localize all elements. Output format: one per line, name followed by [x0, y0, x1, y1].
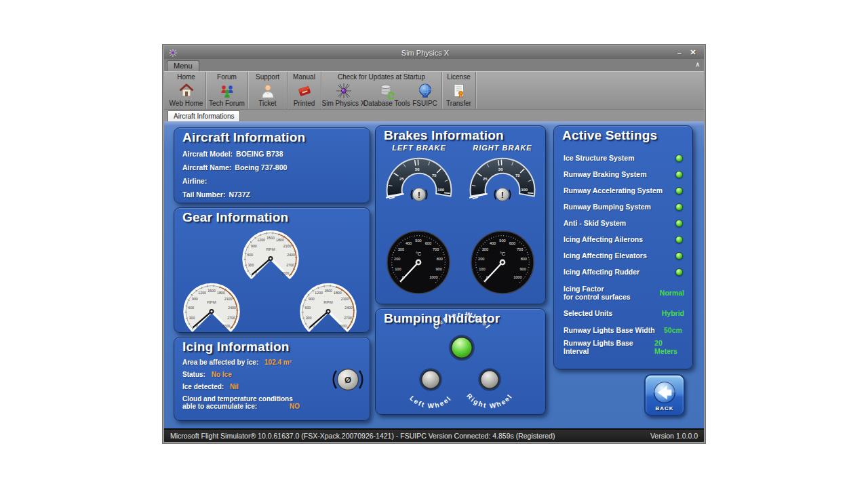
- ribbon-group-license: License Transfer: [442, 72, 476, 109]
- setting-runway-lights-base-width: Runway Lights Base Width 50cm: [564, 321, 684, 338]
- status-bar: Microsoft Flight Simulator® 10.0.61637.0…: [164, 428, 704, 442]
- ribbon-collapse-icon[interactable]: ∧: [695, 61, 700, 68]
- back-button[interactable]: BACK: [644, 374, 685, 416]
- left-brake-label: LEFT BRAKE: [382, 144, 456, 152]
- ribbon-item-label: FSUIPC: [412, 100, 437, 107]
- center-wheel-led: [452, 338, 473, 359]
- version-text: Version 1.0.0.0: [650, 432, 698, 440]
- setting-selected-units: Selected Units Hybrid: [564, 304, 684, 321]
- left-wheel-led: [422, 371, 440, 389]
- forum-icon: [219, 81, 235, 100]
- ribbon-item-label: Web Home: [170, 100, 203, 107]
- status-led: [675, 268, 683, 276]
- ribbon-item-tech-forum[interactable]: Tech Forum: [208, 81, 246, 109]
- ribbon-item-label: Ticket: [258, 100, 276, 107]
- back-button-label: BACK: [655, 405, 673, 411]
- right-brake-temperature-gauge: [470, 230, 535, 295]
- ribbon-item-database-tools[interactable]: Database Tools: [365, 81, 410, 109]
- bumping-indicator-panel: Bumping Indicator Center Wheel Left Whee…: [375, 308, 546, 415]
- globe-icon: [417, 81, 433, 100]
- home-icon: [178, 81, 195, 100]
- status-led: [675, 236, 683, 243]
- panel-title: Brakes Information: [384, 128, 545, 143]
- app-window: Sim Physics X – ✕ Menu ∧ Home Web Home F…: [163, 45, 705, 443]
- setting-runway-accelerating-system[interactable]: Runway Accelerating System: [564, 182, 684, 199]
- license-icon: [451, 81, 467, 100]
- ribbon-item-label: Printed: [294, 100, 315, 107]
- aircraft-model-row: Aircraft Model:BOEING B738: [182, 150, 370, 158]
- setting-icing-affecting-elevators[interactable]: Icing Affecting Elevators: [564, 247, 684, 264]
- status-led: [675, 187, 683, 195]
- rpm-gauge-right: [296, 277, 361, 333]
- left-brake-warning-indicator: [408, 183, 431, 206]
- active-settings-panel: Active Settings Ice Structure System Run…: [553, 125, 693, 369]
- ribbon-item-sim-physics-x[interactable]: Sim Physics X: [323, 81, 365, 109]
- ribbon-group-title: Home: [177, 73, 195, 81]
- ribbon-group-title: Manual: [293, 73, 315, 81]
- setting-runway-braking-system[interactable]: Runway Braking System: [564, 166, 684, 182]
- ticket-icon: [260, 81, 276, 100]
- title-bar[interactable]: Sim Physics X – ✕: [164, 46, 704, 59]
- status-led: [675, 171, 683, 178]
- right-brake-label: RIGHT BRAKE: [465, 144, 540, 152]
- panel-title: Aircraft Information: [182, 130, 370, 145]
- window-title: Sim Physics X: [178, 49, 673, 57]
- menu-bar: Menu ∧: [164, 59, 704, 71]
- tab-strip: Aircraft Informations: [164, 109, 704, 121]
- ribbon-group-title: Check for Updates at Startup: [338, 73, 425, 81]
- panel-title: Bumping Indicator: [384, 311, 500, 326]
- aircraft-name-row: Aircraft Name:Boeing 737-800: [182, 163, 370, 171]
- icing-indicator: [329, 361, 367, 399]
- ribbon-group-home: Home Web Home: [167, 72, 206, 109]
- left-wheel-label: Left Wheel: [408, 394, 453, 410]
- left-brake-temperature-gauge: [386, 230, 451, 295]
- gear-information-panel: Gear Information: [174, 207, 370, 333]
- right-wheel-led: [481, 371, 499, 389]
- ribbon-group-manual: Manual Printed: [288, 72, 321, 109]
- ribbon-group-title: License: [447, 73, 470, 81]
- back-arrow-icon: [651, 380, 678, 407]
- ribbon-item-web-home[interactable]: Web Home: [167, 81, 205, 109]
- setting-runway-bumping-system[interactable]: Runway Bumping System: [564, 199, 684, 215]
- right-brake-warning-indicator: [491, 183, 514, 206]
- brakes-information-panel: Brakes Information LEFT BRAKE RIGHT BRAK…: [375, 125, 546, 304]
- ribbon-item-label: Sim Physics X: [322, 100, 366, 107]
- menu-tab[interactable]: Menu: [167, 60, 199, 71]
- status-led: [675, 252, 683, 260]
- ribbon-item-ticket[interactable]: Ticket: [249, 81, 287, 109]
- icing-conditions-row: Cloud and temperature conditions able to…: [182, 395, 317, 410]
- setting-icing-affecting-rudder[interactable]: Icing Affecting Rudder: [564, 264, 684, 280]
- starburst-icon: [336, 81, 352, 100]
- ribbon-item-label: Database Tools: [363, 100, 410, 107]
- ribbon-item-printed[interactable]: Printed: [288, 81, 321, 109]
- book-icon: [296, 81, 313, 100]
- main-content: Aircraft Information Aircraft Model:BOEI…: [164, 121, 704, 428]
- minimize-button[interactable]: –: [673, 49, 686, 57]
- ribbon-item-label: Tech Forum: [209, 100, 245, 107]
- icing-status-row: Status: No Ice: [182, 371, 317, 378]
- status-text: Microsoft Flight Simulator® 10.0.61637.0…: [170, 432, 555, 440]
- database-icon: [379, 81, 395, 100]
- ribbon-item-label: Transfer: [446, 100, 471, 107]
- ribbon-item-fsuipc[interactable]: FSUIPC: [410, 81, 441, 109]
- ribbon-item-transfer[interactable]: Transfer: [443, 81, 475, 109]
- tail-number-row: Tail Number:N737Z: [182, 190, 370, 199]
- rpm-gauge-left: [179, 277, 244, 333]
- status-led: [675, 203, 683, 211]
- panel-title: Active Settings: [562, 128, 692, 143]
- ribbon-group-forum: Forum Tech Forum: [206, 72, 248, 109]
- setting-ice-structure-system[interactable]: Ice Structure System: [564, 150, 684, 166]
- close-button[interactable]: ✕: [686, 48, 700, 57]
- panel-title: Icing Information: [182, 340, 370, 354]
- app-icon: [168, 48, 178, 58]
- ribbon: Home Web Home Forum: [164, 71, 704, 109]
- panel-title: Gear Information: [182, 210, 370, 225]
- setting-runway-lights-base-interval: Runway Lights Base Interval 20 Meters: [564, 338, 684, 355]
- setting-icing-factor: Icing Factorfor control surfaces Normal: [564, 281, 684, 304]
- setting-icing-affecting-ailerons[interactable]: Icing Affecting Ailerons: [564, 231, 684, 247]
- tab-aircraft-informations[interactable]: Aircraft Informations: [167, 110, 240, 121]
- rpm-gauge-center: [238, 224, 303, 283]
- airline-row: Airline:: [182, 177, 370, 185]
- aircraft-information-panel: Aircraft Information Aircraft Model:BOEI…: [174, 127, 370, 203]
- setting-anti-skid-system[interactable]: Anti - Skid System: [564, 215, 684, 231]
